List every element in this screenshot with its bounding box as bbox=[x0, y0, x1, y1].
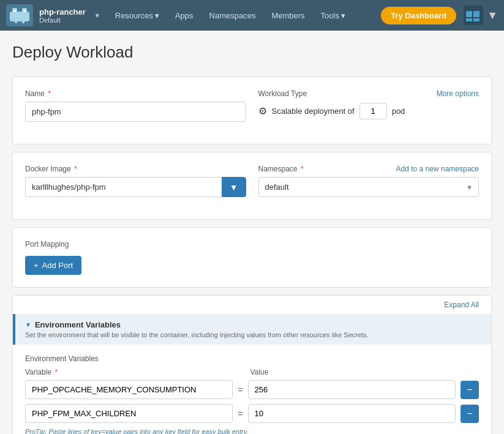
env-var-1-input[interactable] bbox=[25, 380, 233, 399]
var-col-header: Variable * bbox=[25, 368, 226, 376]
namespace-required: * bbox=[301, 165, 304, 173]
cluster-default: Default bbox=[39, 17, 86, 24]
workload-type-label: Workload Type bbox=[258, 89, 307, 98]
docker-image-group: Docker Image * ▼ bbox=[25, 165, 246, 197]
expand-all-link[interactable]: Expand All bbox=[444, 301, 479, 309]
page-title: Deploy Workload bbox=[12, 43, 492, 62]
svg-point-3 bbox=[13, 10, 16, 12]
env-section-title: Environment Variables bbox=[35, 320, 121, 329]
env-section: Expand All ▼ Environment Variables Set t… bbox=[12, 295, 492, 434]
port-mapping-section: Port Mapping + Add Port bbox=[12, 227, 492, 288]
namespace-header: Namespace * Add to a new namespace bbox=[258, 165, 480, 173]
navbar: php-rancher Default ▼ Resources ▾ Apps N… bbox=[0, 0, 504, 31]
try-dashboard-button[interactable]: Try Dashboard bbox=[381, 7, 456, 24]
nav-tools[interactable]: Tools ▾ bbox=[315, 7, 352, 24]
namespace-select[interactable]: default bbox=[258, 177, 480, 197]
svg-rect-6 bbox=[22, 20, 24, 23]
svg-point-4 bbox=[23, 10, 26, 12]
logo-icon bbox=[6, 4, 33, 26]
val-col-header: Value bbox=[250, 368, 451, 376]
name-workload-row: Name * Workload Type More options ⚙ Scal… bbox=[25, 89, 479, 122]
env-header-title: ▼ Environment Variables bbox=[25, 320, 481, 329]
svg-rect-7 bbox=[466, 11, 472, 17]
namespace-select-wrapper: default ▼ bbox=[258, 177, 480, 197]
docker-image-dropdown-button[interactable]: ▼ bbox=[222, 177, 246, 197]
add-port-plus-icon: + bbox=[34, 261, 39, 270]
nav-resources[interactable]: Resources ▾ bbox=[109, 7, 165, 24]
logo-area bbox=[6, 4, 33, 26]
env-collapse-chevron-icon[interactable]: ▼ bbox=[25, 321, 31, 328]
protip-text: ProTip: Paste lines of key=value pairs i… bbox=[25, 428, 479, 434]
docker-image-input[interactable] bbox=[25, 177, 222, 197]
env-sub-label: Environment Variables bbox=[25, 354, 479, 363]
pod-count-input[interactable] bbox=[359, 103, 387, 119]
nav-namespaces[interactable]: Namespaces bbox=[203, 7, 262, 24]
cluster-info[interactable]: php-rancher Default bbox=[39, 7, 86, 24]
name-input[interactable] bbox=[25, 102, 246, 122]
name-group: Name * bbox=[25, 89, 246, 122]
cluster-name: php-rancher bbox=[39, 7, 86, 17]
env-row-1-remove-button[interactable]: − bbox=[461, 381, 479, 399]
var-required: * bbox=[55, 368, 58, 376]
env-row-2-remove-button[interactable]: − bbox=[461, 405, 479, 423]
svg-rect-10 bbox=[473, 18, 480, 21]
env-header-desc: Set the environment that will be visible… bbox=[25, 331, 481, 339]
env-body: Environment Variables Variable * Value =… bbox=[13, 345, 491, 434]
svg-rect-5 bbox=[15, 20, 17, 23]
docker-image-label: Docker Image * bbox=[25, 165, 246, 173]
expand-all-bar: Expand All bbox=[13, 296, 491, 314]
namespace-group: Namespace * Add to a new namespace defau… bbox=[258, 165, 480, 197]
port-mapping-label: Port Mapping bbox=[25, 240, 479, 249]
scalable-icon: ⚙ bbox=[258, 105, 267, 117]
page-content: Deploy Workload Name * Workload Type Mor… bbox=[0, 31, 504, 434]
avatar[interactable] bbox=[464, 6, 483, 25]
env-var-2-input[interactable] bbox=[25, 404, 233, 423]
namespace-label: Namespace * bbox=[258, 165, 304, 173]
env-header: ▼ Environment Variables Set the environm… bbox=[13, 314, 491, 345]
env-eq-1: = bbox=[238, 385, 243, 395]
add-port-button[interactable]: + Add Port bbox=[25, 256, 81, 275]
name-required: * bbox=[48, 89, 51, 98]
env-table-header: Variable * Value bbox=[25, 368, 479, 376]
nav-members[interactable]: Members bbox=[265, 7, 310, 24]
pod-label: pod bbox=[392, 107, 405, 116]
nav-apps[interactable]: Apps bbox=[169, 7, 200, 24]
workload-type-group: Workload Type More options ⚙ Scalable de… bbox=[258, 89, 480, 122]
env-row-1: = − bbox=[25, 380, 479, 399]
env-val-1-input[interactable] bbox=[248, 380, 456, 399]
env-val-2-input[interactable] bbox=[248, 404, 456, 423]
more-options-link[interactable]: More options bbox=[437, 89, 479, 98]
add-namespace-link[interactable]: Add to a new namespace bbox=[396, 165, 479, 173]
name-workload-section: Name * Workload Type More options ⚙ Scal… bbox=[12, 77, 492, 144]
docker-namespace-row: Docker Image * ▼ Namespace * Add to a ne… bbox=[25, 165, 479, 197]
svg-rect-9 bbox=[466, 18, 472, 21]
env-row-2: = − bbox=[25, 404, 479, 423]
docker-required: * bbox=[74, 165, 77, 173]
svg-rect-8 bbox=[473, 11, 480, 17]
cluster-chevron-icon: ▼ bbox=[94, 12, 100, 19]
workload-type-content: ⚙ Scalable deployment of pod bbox=[258, 103, 480, 119]
env-eq-2: = bbox=[238, 409, 243, 419]
docker-namespace-section: Docker Image * ▼ Namespace * Add to a ne… bbox=[12, 152, 492, 220]
workload-type-text: Scalable deployment of bbox=[272, 107, 355, 116]
nav-menu-chevron[interactable]: ▼ bbox=[487, 9, 498, 22]
name-label: Name * bbox=[25, 89, 246, 98]
docker-image-input-wrapper: ▼ bbox=[25, 177, 246, 197]
add-port-label: Add Port bbox=[42, 261, 73, 270]
